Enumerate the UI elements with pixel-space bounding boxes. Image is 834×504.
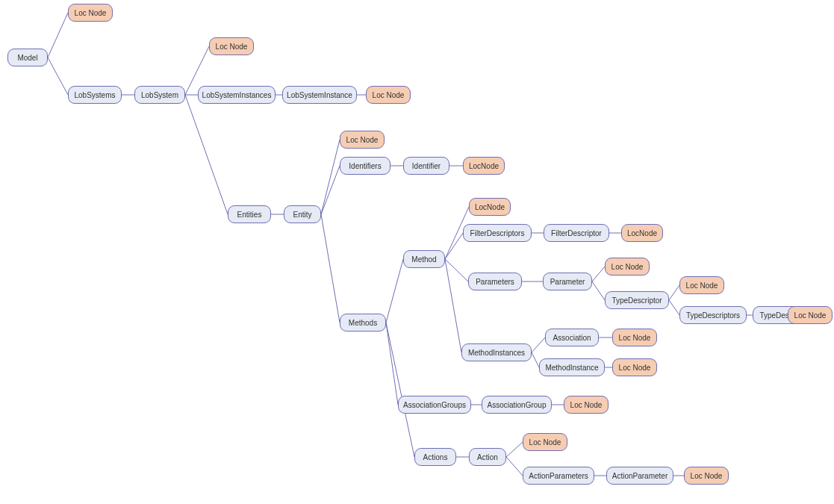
svg-line-5 bbox=[185, 95, 228, 214]
svg-line-24 bbox=[592, 267, 605, 281]
node-model-loc: Loc Node bbox=[68, 4, 113, 22]
node-entity: Entity bbox=[284, 205, 321, 223]
node-action-loc: Loc Node bbox=[523, 433, 567, 451]
node-lobsystems: LobSystems bbox=[68, 86, 122, 104]
node-methods: Methods bbox=[340, 314, 386, 332]
node-filterdescriptor: FilterDescriptor bbox=[544, 224, 609, 242]
node-association: Association bbox=[545, 329, 599, 346]
svg-line-20 bbox=[445, 259, 461, 352]
node-associationgroup-loc: Loc Node bbox=[564, 396, 609, 414]
node-association-loc: Loc Node bbox=[612, 329, 657, 346]
node-identifier-loc: LocNode bbox=[463, 157, 505, 175]
node-associationgroup: AssociationGroup bbox=[482, 396, 552, 414]
svg-line-25 bbox=[592, 281, 605, 300]
node-lobsystem: LobSystem bbox=[134, 86, 185, 104]
svg-line-10 bbox=[321, 166, 340, 214]
svg-line-11 bbox=[321, 214, 340, 323]
node-associationgroups: AssociationGroups bbox=[398, 396, 471, 414]
node-typedescriptor-loc: Loc Node bbox=[679, 276, 724, 294]
node-typedescriptor-2-loc: Loc Node bbox=[788, 306, 833, 324]
svg-line-1 bbox=[48, 57, 68, 95]
node-parameters: Parameters bbox=[468, 273, 522, 290]
node-lobsysteminstance-loc: Loc Node bbox=[366, 86, 411, 104]
node-lobsysteminstances: LobSystemInstances bbox=[198, 86, 276, 104]
node-actionparameter: ActionParameter bbox=[606, 467, 673, 485]
svg-line-9 bbox=[321, 140, 340, 214]
node-typedescriptor: TypeDescriptor bbox=[605, 291, 669, 309]
node-parameter: Parameter bbox=[543, 273, 592, 290]
node-parameter-loc: Loc Node bbox=[605, 258, 650, 276]
node-model: Model bbox=[7, 49, 48, 66]
node-identifier: Identifier bbox=[403, 157, 449, 175]
svg-line-14 bbox=[386, 259, 403, 323]
svg-line-27 bbox=[669, 300, 679, 315]
node-entity-loc: Loc Node bbox=[340, 131, 385, 149]
node-filterdescriptors: FilterDescriptors bbox=[463, 224, 532, 242]
svg-line-19 bbox=[445, 259, 468, 281]
node-typedescriptors: TypeDescriptors bbox=[679, 306, 747, 324]
node-method: Method bbox=[403, 250, 445, 268]
svg-line-26 bbox=[669, 285, 679, 300]
node-lobsystem-loc: Loc Node bbox=[209, 37, 254, 55]
svg-line-16 bbox=[386, 323, 414, 457]
node-methodinstance: MethodInstance bbox=[539, 358, 605, 376]
svg-line-0 bbox=[48, 13, 68, 57]
node-identifiers: Identifiers bbox=[340, 157, 390, 175]
svg-line-15 bbox=[386, 323, 398, 405]
node-actionparameters: ActionParameters bbox=[523, 467, 594, 485]
svg-line-38 bbox=[506, 457, 523, 476]
node-lobsysteminstance: LobSystemInstance bbox=[282, 86, 357, 104]
node-action: Action bbox=[469, 448, 506, 466]
node-entities: Entities bbox=[228, 205, 271, 223]
svg-line-30 bbox=[532, 337, 545, 352]
svg-line-31 bbox=[532, 352, 539, 367]
node-actionparameter-loc: Loc Node bbox=[684, 467, 729, 485]
svg-line-18 bbox=[445, 233, 463, 259]
node-actions: Actions bbox=[414, 448, 456, 466]
node-methodinstance-loc: Loc Node bbox=[612, 358, 657, 376]
node-filterdescriptor-loc: LocNode bbox=[621, 224, 663, 242]
node-method-loc: LocNode bbox=[469, 198, 511, 216]
svg-line-37 bbox=[506, 442, 523, 457]
node-methodinstances: MethodInstances bbox=[461, 343, 532, 361]
